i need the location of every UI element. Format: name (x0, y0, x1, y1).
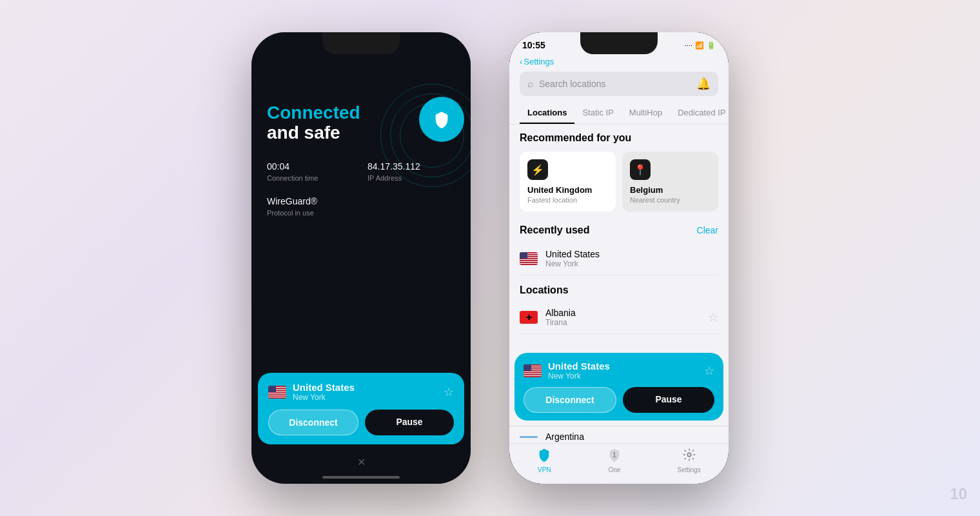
tab-locations[interactable]: Locations (520, 103, 574, 124)
settings-tab-label: Settings (678, 466, 701, 473)
recently-used-title: Recently used (520, 224, 589, 236)
tab-bar-settings[interactable]: Settings (678, 448, 701, 473)
one-tab-label: One (608, 466, 620, 473)
left-country: United States (293, 382, 355, 393)
connection-time-value: 00:04 (267, 161, 355, 172)
rec-be-label: Nearest country (630, 196, 710, 204)
protocol-label: Protocol in use (267, 209, 314, 217)
nearest-icon: 📍 (630, 159, 651, 180)
protocol-item: WireGuard® Protocol in use (267, 196, 455, 218)
vpn-tab-icon (537, 448, 551, 465)
rec-uk-country: United Kingdom (527, 185, 608, 195)
right-bottom-bar: United States New York ☆ Disconnect Paus… (514, 353, 723, 421)
recently-header: Recently used Clear (520, 224, 718, 236)
tab-multihop[interactable]: MultiHop (622, 103, 670, 124)
left-disconnect-button[interactable]: Disconnect (268, 410, 358, 435)
us-flag-icon (268, 386, 286, 399)
left-pause-button[interactable]: Pause (365, 410, 454, 435)
argentina-row[interactable]: Argentina (509, 426, 729, 443)
svg-point-1 (687, 453, 691, 457)
recommended-title: Recommended for you (520, 132, 718, 144)
albania-flag: ✚ (520, 311, 538, 324)
one-tab-icon: 1 (607, 448, 622, 465)
recent-us-city: New York (545, 259, 600, 268)
connection-time-label: Connection time (267, 174, 318, 182)
right-star-icon[interactable]: ☆ (704, 364, 714, 378)
right-pause-button[interactable]: Pause (623, 387, 714, 413)
rec-card-be[interactable]: 📍 Belgium Nearest country (622, 152, 718, 212)
back-button[interactable]: ‹ Settings (520, 57, 554, 66)
right-us-flag (524, 364, 542, 377)
wifi-icon: 📶 (695, 41, 704, 50)
vpn-tab-label: VPN (538, 466, 551, 473)
right-city: New York (548, 372, 610, 381)
battery-icon: 🔋 (707, 41, 716, 50)
back-chevron-icon: ‹ (520, 57, 522, 66)
left-phone: Connected and safe 00:04 Connection time… (251, 32, 471, 484)
albania-city: Tirana (545, 318, 576, 327)
recent-us-country: United States (545, 249, 600, 259)
right-country: United States (548, 361, 610, 372)
tabs-bar: Locations Static IP MultiHop Dedicated I… (509, 103, 729, 124)
albania-country: Albania (545, 308, 576, 318)
left-location-info: United States New York (268, 382, 355, 402)
status-icons: ···· 📶 🔋 (685, 41, 716, 50)
settings-tab-icon (682, 448, 696, 465)
rec-be-country: Belgium (630, 185, 710, 195)
vpn-shield-button[interactable] (419, 97, 464, 142)
nav-header: ‹ Settings (509, 54, 729, 72)
right-location-info: United States New York (524, 361, 610, 381)
scroll-content: Recommended for you ⚡ United Kingdom Fas… (509, 124, 729, 353)
rec-uk-label: Fastest location (527, 196, 608, 204)
tab-bar-vpn[interactable]: VPN (537, 448, 551, 473)
left-star-icon[interactable]: ☆ (444, 385, 454, 399)
svg-text:1: 1 (612, 452, 616, 459)
status-time: 10:55 (522, 40, 545, 50)
signal-icon: ···· (685, 41, 692, 49)
search-icon: ⌕ (527, 78, 534, 90)
albania-row[interactable]: ✚ Albania Tirana ☆ (520, 301, 718, 334)
recommended-grid: ⚡ United Kingdom Fastest location 📍 Belg… (520, 152, 718, 212)
status-bar: 10:55 ···· 📶 🔋 (509, 32, 729, 54)
tab-static-ip[interactable]: Static IP (574, 103, 621, 124)
argentina-flag-partial (520, 436, 538, 438)
locations-section-title: Locations (520, 284, 718, 296)
bell-icon[interactable]: 🔔 (696, 77, 710, 91)
search-bar[interactable]: ⌕ Search locations 🔔 (520, 72, 718, 96)
tab-dedicated-ip[interactable]: Dedicated IP (670, 103, 729, 124)
tab-bar: VPN 1 One (509, 443, 729, 484)
tab-bar-one[interactable]: 1 One (607, 448, 622, 473)
back-label: Settings (524, 57, 554, 66)
watermark: 10 (950, 485, 967, 503)
protocol-value: WireGuard® (267, 196, 455, 206)
albania-star-icon[interactable]: ☆ (708, 310, 718, 324)
right-disconnect-button[interactable]: Disconnect (524, 387, 616, 413)
home-indicator (322, 476, 400, 479)
recent-us-row[interactable]: United States New York (520, 243, 718, 275)
argentina-country: Argentina (545, 432, 584, 442)
fastest-icon: ⚡ (527, 159, 548, 180)
right-phone: 10:55 ···· 📶 🔋 ‹ Settings (509, 32, 729, 484)
recent-us-flag (520, 252, 538, 265)
rec-card-uk[interactable]: ⚡ United Kingdom Fastest location (520, 152, 616, 212)
connection-time-item: 00:04 Connection time (267, 161, 355, 183)
close-button[interactable]: ✕ (251, 451, 471, 473)
search-placeholder: Search locations (539, 79, 606, 89)
left-city: New York (293, 393, 355, 402)
left-bottom-bar: United States New York ☆ Disconnect Paus… (258, 373, 464, 444)
clear-button[interactable]: Clear (697, 225, 718, 235)
